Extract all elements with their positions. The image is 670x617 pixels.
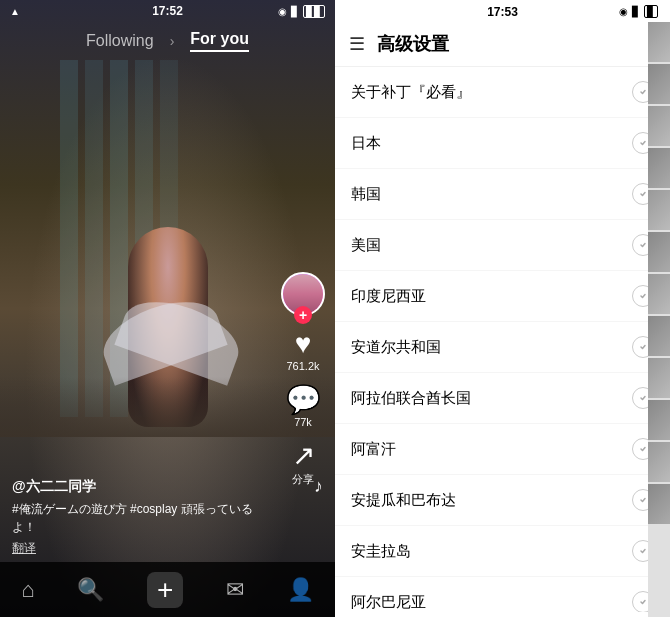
right-sidebar: + ♥ 761.2k 💬 77k ↗ 分享 [281, 272, 325, 487]
settings-item-usa[interactable]: 美国 [335, 220, 670, 271]
username[interactable]: @六二二同学 [12, 478, 265, 496]
settings-item-indonesia[interactable]: 印度尼西亚 [335, 271, 670, 322]
settings-item-anguilla[interactable]: 安圭拉岛 [335, 526, 670, 577]
settings-item-label: 日本 [351, 134, 381, 153]
settings-item-label: 安道尔共和国 [351, 338, 441, 357]
status-bar-left: ▲ 17:52 ◉ ▊ ▊▊ [0, 0, 335, 22]
like-action[interactable]: ♥ 761.2k [286, 330, 319, 372]
share-icon: ↗ [292, 442, 315, 470]
settings-list: 关于补丁『必看』 日本 韩国 美国 [335, 67, 670, 612]
settings-item-label: 安圭拉岛 [351, 542, 411, 561]
settings-header: ☰ 高级设置 [335, 22, 670, 67]
preview-strip [648, 22, 670, 617]
translate-link[interactable]: 翻译 [12, 540, 265, 557]
tab-divider: › [170, 33, 175, 49]
share-action[interactable]: ↗ 分享 [292, 442, 315, 487]
time-right: 17:53 [487, 5, 518, 19]
create-nav-icon[interactable]: + [147, 572, 183, 608]
follow-button[interactable]: + [294, 306, 312, 324]
settings-item-patch-info[interactable]: 关于补丁『必看』 [335, 67, 670, 118]
settings-item-label: 印度尼西亚 [351, 287, 426, 306]
left-panel: ▲ 17:52 ◉ ▊ ▊▊ Following › For you + ♥ 7… [0, 0, 335, 617]
inbox-nav-icon[interactable]: ✉ [226, 577, 244, 603]
tab-following[interactable]: Following [86, 32, 154, 50]
settings-item-uae[interactable]: 阿拉伯联合酋长国 [335, 373, 670, 424]
home-nav-icon[interactable]: ⌂ [21, 577, 34, 603]
heart-icon: ♥ [295, 330, 312, 358]
settings-item-label: 阿富汗 [351, 440, 396, 459]
settings-item-label: 关于补丁『必看』 [351, 83, 471, 102]
time-left: 17:52 [152, 4, 183, 18]
nav-tabs: Following › For you [0, 22, 335, 60]
right-panel: 17:53 ◉ ▊ ▊ ☰ 高级设置 关于补丁『必看』 日本 [335, 0, 670, 617]
status-bar-right: 17:53 ◉ ▊ ▊ [335, 0, 670, 22]
hamburger-icon[interactable]: ☰ [349, 33, 365, 55]
comment-action[interactable]: 💬 77k [286, 386, 321, 428]
settings-item-afghanistan[interactable]: 阿富汗 [335, 424, 670, 475]
description: #俺流ゲームの遊び方 #cosplay 頑張っている よ！ [12, 500, 265, 536]
settings-item-korea[interactable]: 韩国 [335, 169, 670, 220]
settings-item-label: 阿拉伯联合酋长国 [351, 389, 471, 408]
settings-item-label: 韩国 [351, 185, 381, 204]
like-count: 761.2k [286, 360, 319, 372]
tab-for-you[interactable]: For you [190, 30, 249, 52]
profile-nav-icon[interactable]: 👤 [287, 577, 314, 603]
settings-item-label: 美国 [351, 236, 381, 255]
comment-count: 77k [294, 416, 312, 428]
settings-item-antigua[interactable]: 安提瓜和巴布达 [335, 475, 670, 526]
post-info: @六二二同学 #俺流ゲームの遊び方 #cosplay 頑張っている よ！ 翻译 [12, 478, 265, 557]
settings-item-label: 安提瓜和巴布达 [351, 491, 456, 510]
music-icon: ♪ [314, 476, 323, 497]
share-label: 分享 [292, 472, 314, 487]
settings-title: 高级设置 [377, 32, 449, 56]
settings-item-andorra[interactable]: 安道尔共和国 [335, 322, 670, 373]
settings-item-japan[interactable]: 日本 [335, 118, 670, 169]
comment-icon: 💬 [286, 386, 321, 414]
bottom-nav: ⌂ 🔍 + ✉ 👤 [0, 562, 335, 617]
settings-item-label: 阿尔巴尼亚 [351, 593, 426, 612]
search-nav-icon[interactable]: 🔍 [77, 577, 104, 603]
status-icons-left: ◉ ▊ ▊▊ [278, 5, 325, 18]
settings-item-albania[interactable]: 阿尔巴尼亚 [335, 577, 670, 612]
avatar-container[interactable]: + [281, 272, 325, 316]
